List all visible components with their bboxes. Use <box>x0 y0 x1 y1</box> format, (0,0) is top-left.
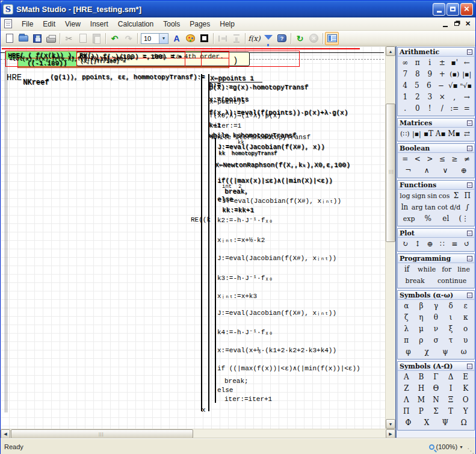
menu-pages[interactable]: Pages <box>185 18 215 30</box>
palette-button[interactable]: Κ <box>461 384 471 394</box>
filter-button[interactable] <box>261 32 275 45</box>
math-region[interactable]: else <box>217 387 233 394</box>
scroll-down-button[interactable]: ▼ <box>386 419 395 429</box>
palette-button[interactable]: sign <box>412 191 425 201</box>
math-region[interactable]: ) <box>233 56 238 66</box>
math-region[interactable]: iter:=1 <box>214 122 241 129</box>
palette-button[interactable]: ± <box>437 58 447 68</box>
palette-button[interactable]: Π <box>463 191 472 201</box>
palette-button[interactable]: ζ <box>401 313 411 323</box>
math-region[interactable]: x⇐point)s <box>209 98 245 105</box>
palette-button[interactable]: β <box>416 301 426 311</box>
menu-view[interactable]: View <box>60 18 85 30</box>
palette-button[interactable]: Β <box>416 372 426 382</box>
font-size-combo[interactable]: 10▼ <box>141 33 168 44</box>
resize-grip[interactable] <box>467 446 474 453</box>
palette-button[interactable]: ∧ <box>422 166 431 176</box>
palette-button[interactable]: log <box>400 191 410 201</box>
palette-button[interactable]: Ρ <box>416 406 426 417</box>
palette-button[interactable]: × <box>437 92 447 102</box>
palette-button[interactable]: ! <box>425 104 434 114</box>
math-region[interactable]: J:=eval(Jacobian(f(X#), xᵢₙₜ)) <box>222 197 341 205</box>
scroll-up-button[interactable]: ▲ <box>386 46 395 56</box>
palette-button[interactable]: Ω <box>459 418 469 428</box>
palette-button[interactable]: λ <box>401 324 411 334</box>
math-region[interactable]: J:=eval(Jacobian(f(X#), x)) <box>217 143 324 151</box>
math-region[interactable]: den. ta 4th order. <box>152 53 224 60</box>
palette-button[interactable]: Μ <box>416 395 426 405</box>
math-region[interactable]: iter:=iter+1 <box>224 396 272 403</box>
palette-button[interactable]: ≡ <box>450 239 459 249</box>
palette-button[interactable]: = <box>462 104 472 114</box>
palette-button[interactable]: |▪| <box>412 129 421 139</box>
mdi-restore-button[interactable] <box>451 19 462 29</box>
palette-button[interactable]: ω <box>459 347 469 357</box>
undo-button[interactable]: ↶ <box>108 32 122 45</box>
palette-button[interactable]: Δ <box>446 372 456 382</box>
palette-button[interactable]: arg <box>412 202 423 213</box>
chevron-down-icon[interactable]: ▼ <box>459 445 463 449</box>
print-button[interactable] <box>44 32 58 45</box>
palette-button[interactable]: cos <box>439 191 450 201</box>
math-region[interactable]: if ((|max(f(x))|<ε)∧(|min(f(x))|<ε)) <box>217 364 360 372</box>
palette-button[interactable]: line <box>457 264 470 275</box>
palette-button[interactable]: 8 <box>413 69 422 79</box>
palette-button[interactable]: γ <box>431 301 440 311</box>
collapse-button[interactable]: – <box>467 182 472 188</box>
mdi-close-button[interactable]: ✕ <box>463 19 473 29</box>
palette-button[interactable]: υ <box>461 335 471 346</box>
palette-button[interactable]: ε <box>461 301 471 311</box>
palette-button[interactable]: π <box>401 335 411 346</box>
math-region[interactable]: X⇐NewtonRaphson(f(X,,kₖ),X0,ε,100) <box>215 161 350 169</box>
math-region[interactable]: NKreef <box>23 78 49 87</box>
palette-button[interactable]: η <box>416 313 426 323</box>
palette-button[interactable]: Σ <box>451 191 461 201</box>
palette-button[interactable]: Ξ <box>446 395 456 405</box>
palette-button[interactable]: 2 <box>413 92 422 102</box>
palette-button[interactable]: ∞ <box>400 58 410 68</box>
collapse-button[interactable]: – <box>467 256 472 261</box>
palette-button[interactable]: ⁿ√▪ <box>460 81 472 91</box>
palette-button[interactable]: Η <box>416 384 426 394</box>
mdi-minimize-button[interactable] <box>440 19 450 29</box>
collapse-button[interactable]: – <box>467 364 472 369</box>
palette-button[interactable]: ln <box>400 202 410 213</box>
horizontal-scroll-thumb[interactable]: ||| <box>11 429 193 438</box>
new-button[interactable] <box>2 32 16 45</box>
palette-button[interactable]: 7 <box>400 69 410 79</box>
palette-button[interactable]: ∷ <box>437 239 447 249</box>
palette-button[interactable]: ⊕ <box>459 166 469 176</box>
palette-button[interactable]: ψ <box>440 347 450 357</box>
palette-button[interactable]: ο <box>461 324 471 334</box>
palette-button[interactable]: > <box>425 154 434 164</box>
palette-button[interactable]: Ι <box>446 384 456 394</box>
menu-file[interactable]: File <box>17 18 38 30</box>
palette-button[interactable]: tan <box>425 202 436 213</box>
font-color-button[interactable]: A <box>170 32 184 45</box>
palette-button[interactable]: Υ <box>461 406 471 417</box>
collapse-button[interactable]: – <box>467 146 472 151</box>
palette-button[interactable]: (⋮ <box>459 214 469 224</box>
menu-tools[interactable]: Tools <box>158 18 185 30</box>
palette-button[interactable]: Ψ <box>440 418 450 428</box>
math-region[interactable]: xᵢₙₜ:=x+½·k2 <box>217 236 265 244</box>
palette-button[interactable]: < <box>413 154 422 164</box>
math-region[interactable]: k4:=-h·J⁻¹·fₓ₀ <box>217 328 273 336</box>
palette-button[interactable]: el <box>441 214 451 224</box>
math-region[interactable]: while iter≤homotopyTransf <box>211 134 311 141</box>
palette-button[interactable]: % <box>423 214 433 224</box>
palette-button[interactable]: 4 <box>400 81 410 91</box>
palette-button[interactable]: ∨ <box>440 166 450 176</box>
palette-button[interactable]: Α <box>401 372 411 382</box>
palette-button[interactable]: 3 <box>425 92 434 102</box>
palette-button[interactable]: Θ <box>431 384 440 394</box>
palette-button[interactable]: 6 <box>424 81 434 91</box>
palette-button[interactable]: ⊕ <box>425 239 434 249</box>
math-region[interactable]: (X,[)Tr/100) = <box>80 58 126 64</box>
maximize-button[interactable] <box>447 3 459 16</box>
palette-button[interactable]: sin <box>427 191 437 201</box>
close-button[interactable]: ✕ <box>460 3 473 16</box>
palette-button[interactable]: Χ <box>422 418 431 428</box>
math-region[interactable]: kk homotopyTransf <box>218 151 277 157</box>
palette-button[interactable]: ⇄ <box>462 129 472 139</box>
